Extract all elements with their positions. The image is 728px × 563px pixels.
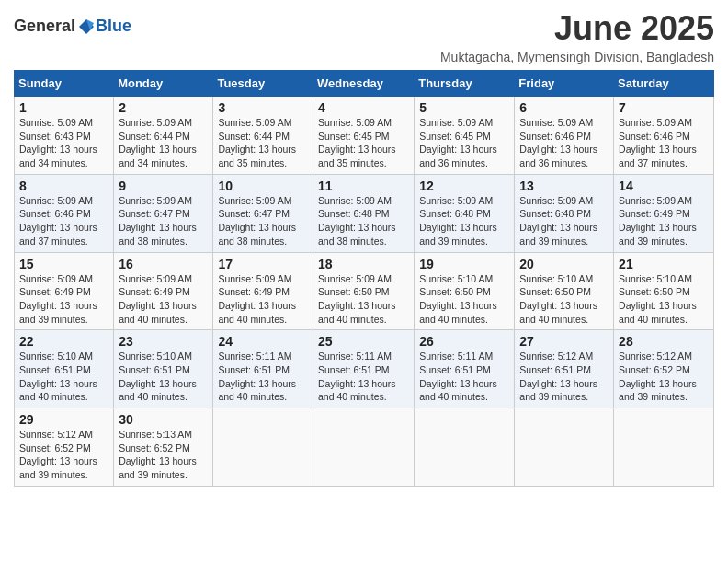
calendar-cell: 21Sunrise: 5:10 AM Sunset: 6:50 PM Dayli… <box>614 252 714 330</box>
day-info: Sunrise: 5:10 AM Sunset: 6:51 PM Dayligh… <box>19 350 108 404</box>
day-number: 5 <box>419 100 509 115</box>
day-info: Sunrise: 5:09 AM Sunset: 6:46 PM Dayligh… <box>519 116 609 170</box>
calendar-header: SundayMondayTuesdayWednesdayThursdayFrid… <box>15 71 714 97</box>
day-number: 18 <box>318 257 409 271</box>
calendar-cell <box>614 408 714 487</box>
day-info: Sunrise: 5:09 AM Sunset: 6:49 PM Dayligh… <box>619 194 709 248</box>
day-info: Sunrise: 5:09 AM Sunset: 6:45 PM Dayligh… <box>318 116 409 170</box>
calendar-cell: 28Sunrise: 5:12 AM Sunset: 6:52 PM Dayli… <box>614 330 714 408</box>
calendar-cell: 10Sunrise: 5:09 AM Sunset: 6:47 PM Dayli… <box>213 174 313 252</box>
day-number: 11 <box>318 178 409 193</box>
day-number: 9 <box>119 178 208 193</box>
calendar-cell: 23Sunrise: 5:10 AM Sunset: 6:51 PM Dayli… <box>114 330 213 408</box>
day-info: Sunrise: 5:09 AM Sunset: 6:45 PM Dayligh… <box>419 116 509 170</box>
calendar-cell: 11Sunrise: 5:09 AM Sunset: 6:48 PM Dayli… <box>313 174 414 252</box>
calendar-cell: 2Sunrise: 5:09 AM Sunset: 6:44 PM Daylig… <box>114 97 213 175</box>
logo-icon <box>77 17 96 36</box>
day-number: 30 <box>119 412 208 427</box>
day-info: Sunrise: 5:11 AM Sunset: 6:51 PM Dayligh… <box>218 350 308 404</box>
calendar-cell <box>515 408 614 487</box>
day-info: Sunrise: 5:09 AM Sunset: 6:48 PM Dayligh… <box>519 194 609 248</box>
calendar-cell: 25Sunrise: 5:11 AM Sunset: 6:51 PM Dayli… <box>313 330 414 408</box>
calendar-cell: 5Sunrise: 5:09 AM Sunset: 6:45 PM Daylig… <box>415 97 515 175</box>
calendar-body: 1Sunrise: 5:09 AM Sunset: 6:43 PM Daylig… <box>15 97 714 487</box>
calendar-cell: 3Sunrise: 5:09 AM Sunset: 6:44 PM Daylig… <box>213 97 313 175</box>
day-number: 15 <box>19 257 108 271</box>
day-number: 27 <box>519 334 609 349</box>
calendar-cell: 4Sunrise: 5:09 AM Sunset: 6:45 PM Daylig… <box>313 97 414 175</box>
day-info: Sunrise: 5:09 AM Sunset: 6:46 PM Dayligh… <box>19 194 108 248</box>
day-info: Sunrise: 5:09 AM Sunset: 6:47 PM Dayligh… <box>218 194 308 248</box>
calendar-cell: 1Sunrise: 5:09 AM Sunset: 6:43 PM Daylig… <box>15 97 114 175</box>
day-info: Sunrise: 5:09 AM Sunset: 6:47 PM Dayligh… <box>119 194 208 248</box>
day-number: 28 <box>619 334 709 349</box>
calendar-cell: 20Sunrise: 5:10 AM Sunset: 6:50 PM Dayli… <box>515 252 614 330</box>
day-info: Sunrise: 5:09 AM Sunset: 6:48 PM Dayligh… <box>318 194 409 248</box>
weekday-header-saturday: Saturday <box>614 71 714 97</box>
calendar-cell: 16Sunrise: 5:09 AM Sunset: 6:49 PM Dayli… <box>114 252 213 330</box>
calendar-cell: 30Sunrise: 5:13 AM Sunset: 6:52 PM Dayli… <box>114 408 213 487</box>
day-info: Sunrise: 5:09 AM Sunset: 6:49 PM Dayligh… <box>119 272 208 327</box>
weekday-header-wednesday: Wednesday <box>313 71 414 97</box>
weekday-row: SundayMondayTuesdayWednesdayThursdayFrid… <box>15 71 714 97</box>
calendar-cell: 24Sunrise: 5:11 AM Sunset: 6:51 PM Dayli… <box>213 330 313 408</box>
day-number: 7 <box>619 100 709 115</box>
day-number: 19 <box>419 257 509 271</box>
day-info: Sunrise: 5:10 AM Sunset: 6:50 PM Dayligh… <box>619 272 709 327</box>
calendar-cell: 22Sunrise: 5:10 AM Sunset: 6:51 PM Dayli… <box>15 330 114 408</box>
calendar-cell: 18Sunrise: 5:09 AM Sunset: 6:50 PM Dayli… <box>313 252 414 330</box>
day-info: Sunrise: 5:11 AM Sunset: 6:51 PM Dayligh… <box>318 350 409 404</box>
day-info: Sunrise: 5:09 AM Sunset: 6:50 PM Dayligh… <box>318 272 409 327</box>
day-info: Sunrise: 5:09 AM Sunset: 6:44 PM Dayligh… <box>218 116 308 170</box>
calendar-week-2: 8Sunrise: 5:09 AM Sunset: 6:46 PM Daylig… <box>15 174 714 252</box>
day-info: Sunrise: 5:09 AM Sunset: 6:43 PM Dayligh… <box>19 116 108 170</box>
calendar-week-4: 22Sunrise: 5:10 AM Sunset: 6:51 PM Dayli… <box>15 330 714 408</box>
day-number: 25 <box>318 334 409 349</box>
weekday-header-friday: Friday <box>515 71 614 97</box>
day-number: 3 <box>218 100 308 115</box>
calendar-cell: 15Sunrise: 5:09 AM Sunset: 6:49 PM Dayli… <box>15 252 114 330</box>
calendar-week-3: 15Sunrise: 5:09 AM Sunset: 6:49 PM Dayli… <box>15 252 714 330</box>
calendar-table: SundayMondayTuesdayWednesdayThursdayFrid… <box>14 70 714 487</box>
logo-blue: Blue <box>96 17 131 36</box>
day-number: 1 <box>19 100 108 115</box>
day-info: Sunrise: 5:09 AM Sunset: 6:49 PM Dayligh… <box>19 272 108 327</box>
logo: General Blue <box>14 17 131 36</box>
day-info: Sunrise: 5:11 AM Sunset: 6:51 PM Dayligh… <box>419 350 509 404</box>
calendar-cell: 7Sunrise: 5:09 AM Sunset: 6:46 PM Daylig… <box>614 97 714 175</box>
day-number: 10 <box>218 178 308 193</box>
day-number: 13 <box>519 178 609 193</box>
calendar-cell: 19Sunrise: 5:10 AM Sunset: 6:50 PM Dayli… <box>415 252 515 330</box>
location-subtitle: Muktagacha, Mymensingh Division, Banglad… <box>440 50 714 64</box>
day-number: 26 <box>419 334 509 349</box>
calendar-cell: 14Sunrise: 5:09 AM Sunset: 6:49 PM Dayli… <box>614 174 714 252</box>
calendar-week-5: 29Sunrise: 5:12 AM Sunset: 6:52 PM Dayli… <box>15 408 714 487</box>
day-number: 4 <box>318 100 409 115</box>
day-info: Sunrise: 5:12 AM Sunset: 6:52 PM Dayligh… <box>19 428 108 482</box>
calendar-cell: 6Sunrise: 5:09 AM Sunset: 6:46 PM Daylig… <box>515 97 614 175</box>
day-number: 22 <box>19 334 108 349</box>
calendar-cell: 29Sunrise: 5:12 AM Sunset: 6:52 PM Dayli… <box>15 408 114 487</box>
day-number: 8 <box>19 178 108 193</box>
day-number: 21 <box>619 257 709 271</box>
day-info: Sunrise: 5:09 AM Sunset: 6:49 PM Dayligh… <box>218 272 308 327</box>
day-number: 20 <box>519 257 609 271</box>
day-number: 6 <box>519 100 609 115</box>
day-info: Sunrise: 5:10 AM Sunset: 6:50 PM Dayligh… <box>419 272 509 327</box>
calendar-cell <box>313 408 414 487</box>
day-info: Sunrise: 5:10 AM Sunset: 6:51 PM Dayligh… <box>119 350 208 404</box>
calendar-cell: 27Sunrise: 5:12 AM Sunset: 6:51 PM Dayli… <box>515 330 614 408</box>
calendar-cell: 12Sunrise: 5:09 AM Sunset: 6:48 PM Dayli… <box>415 174 515 252</box>
day-number: 17 <box>218 257 308 271</box>
day-number: 24 <box>218 334 308 349</box>
day-number: 23 <box>119 334 208 349</box>
calendar-cell: 13Sunrise: 5:09 AM Sunset: 6:48 PM Dayli… <box>515 174 614 252</box>
weekday-header-sunday: Sunday <box>15 71 114 97</box>
logo-general: General <box>14 17 75 36</box>
calendar-cell <box>415 408 515 487</box>
day-number: 2 <box>119 100 208 115</box>
weekday-header-thursday: Thursday <box>415 71 515 97</box>
calendar-cell: 17Sunrise: 5:09 AM Sunset: 6:49 PM Dayli… <box>213 252 313 330</box>
weekday-header-monday: Monday <box>114 71 213 97</box>
day-number: 16 <box>119 257 208 271</box>
